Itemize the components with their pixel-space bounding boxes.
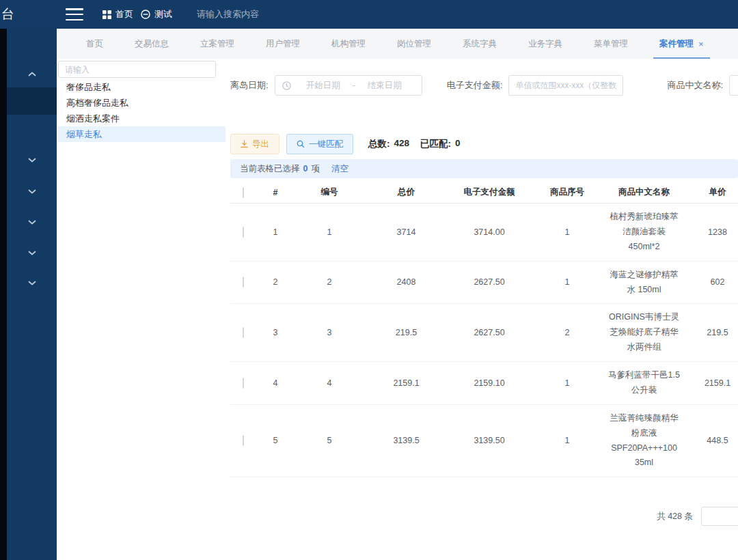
collapsed-sidebar xyxy=(7,29,57,560)
total-value: 428 xyxy=(394,138,410,150)
tab-label: 系统字典 xyxy=(463,38,497,50)
depart-date-range-picker[interactable]: 开始日期 - 结束日期 xyxy=(275,75,422,96)
case-type-item[interactable]: 高档奢侈品走私 xyxy=(58,95,226,111)
cell-seq: 1 xyxy=(530,219,605,247)
tab-label: 用户管理 xyxy=(266,38,300,50)
date-start-placeholder: 开始日期 xyxy=(306,80,340,92)
table-row: 66672.33672.331植村秀羽纱持妆粉底液 584 35ml224.11 xyxy=(230,477,738,478)
col-header-total: 总价 xyxy=(364,186,449,198)
pagination-total: 共 428 条 xyxy=(657,511,693,522)
chevron-down-icon[interactable] xyxy=(7,246,57,260)
row-checkbox[interactable] xyxy=(243,277,244,288)
tab-用户管理[interactable]: 用户管理 xyxy=(250,29,316,59)
cell-product-name: 马爹利蓝带干邑1.5公升装 xyxy=(605,362,683,404)
filter-row: 离岛日期: 开始日期 - 结束日期 电子支付金额: 商品中文名称: xyxy=(230,75,738,96)
epay-amount-label: 电子支付金额: xyxy=(447,79,503,92)
tab-案件管理[interactable]: 案件管理× xyxy=(644,29,720,59)
sidebar-active-band[interactable] xyxy=(7,87,57,115)
tab-首页[interactable]: 首页 xyxy=(70,29,119,59)
cell-epay: 2627.50 xyxy=(449,319,530,347)
epay-amount-input[interactable] xyxy=(508,75,623,96)
tab-业务字典[interactable]: 业务字典 xyxy=(512,29,578,59)
cell-product-name: 兰蔻菁纯臻颜精华粉底液SPF20PA+++100 35ml xyxy=(605,405,683,477)
chevron-up-icon[interactable] xyxy=(7,67,57,81)
tab-机构管理[interactable]: 机构管理 xyxy=(316,29,381,59)
tab-菜单管理[interactable]: 菜单管理 xyxy=(578,29,644,59)
count-summary: 总数: 428 已匹配: 0 xyxy=(368,138,461,150)
cell-product-name: ORIGINS韦博士灵芝焕能好底子精华水两件组 xyxy=(605,304,683,361)
cell-code: 4 xyxy=(295,369,364,397)
cell-index: 1 xyxy=(256,219,295,247)
cell-total: 3714 xyxy=(364,219,449,247)
row-checkbox[interactable] xyxy=(243,435,244,446)
export-button[interactable]: 导出 xyxy=(230,134,279,154)
cell-product-name: 植村秀羽纱持妆粉底液 584 35ml xyxy=(605,477,683,478)
clear-selection-link[interactable]: 清空 xyxy=(331,163,348,175)
global-search-input[interactable]: 请输入搜索内容 xyxy=(197,0,333,29)
col-header-unit: 单价 xyxy=(683,186,738,198)
cell-total: 3139.5 xyxy=(364,427,449,455)
cell-unit-price: 219.5 xyxy=(683,319,738,347)
search-icon xyxy=(297,140,305,148)
cell-code: 3 xyxy=(295,319,364,347)
col-header-index: # xyxy=(256,188,295,197)
app-logo: 台 xyxy=(1,5,14,23)
cell-product-name: 海蓝之谜修护精萃水 150ml xyxy=(605,262,683,304)
app-window: 台 首页 测试 请输入搜索内容 首页交易信息立案管理用户管理机构管理岗位管理系统… xyxy=(0,0,738,560)
tab-系统字典[interactable]: 系统字典 xyxy=(447,29,512,59)
chevron-down-icon[interactable] xyxy=(7,215,57,229)
results-table: # 编号 总价 电子支付金额 商品序号 商品中文名称 单价 1137143714… xyxy=(230,182,738,478)
cell-index: 2 xyxy=(256,268,295,296)
match-button-label: 一键匹配 xyxy=(309,139,343,150)
export-button-label: 导出 xyxy=(252,139,269,150)
cell-unit-price: 602 xyxy=(683,268,738,296)
cell-index: 4 xyxy=(256,369,295,397)
case-type-item[interactable]: 烟酒走私案件 xyxy=(58,111,226,126)
selection-alert-bar: 当前表格已选择 0 项 清空 xyxy=(230,159,738,178)
breadcrumb-home-label: 首页 xyxy=(115,8,133,20)
cell-code: 1 xyxy=(295,219,364,247)
clock-icon xyxy=(282,81,291,90)
chevron-down-icon[interactable] xyxy=(7,276,57,290)
cell-checkbox xyxy=(230,219,256,247)
cell-unit-price: 1238 xyxy=(683,219,738,247)
chevron-down-icon[interactable] xyxy=(7,153,57,167)
tab-立案管理[interactable]: 立案管理 xyxy=(184,29,250,59)
cell-total: 2408 xyxy=(364,268,449,296)
breadcrumb-test[interactable]: 测试 xyxy=(141,0,172,29)
selection-prefix: 当前表格已选择 xyxy=(240,163,300,175)
row-checkbox[interactable] xyxy=(243,378,244,389)
cell-seq: 1 xyxy=(530,427,605,455)
selection-count: 0 xyxy=(303,164,308,173)
row-checkbox[interactable] xyxy=(243,227,244,238)
product-name-label: 商品中文名称: xyxy=(667,79,723,92)
col-header-name: 商品中文名称 xyxy=(605,186,683,198)
tab-岗位管理[interactable]: 岗位管理 xyxy=(381,29,447,59)
row-checkbox[interactable] xyxy=(243,327,244,338)
breadcrumb-home[interactable]: 首页 xyxy=(102,0,133,29)
page-size-select[interactable] xyxy=(701,507,738,526)
breadcrumb-test-label: 测试 xyxy=(154,8,172,20)
col-header-code: 编号 xyxy=(295,186,364,198)
depart-date-label: 离岛日期: xyxy=(230,79,269,92)
tab-label: 业务字典 xyxy=(528,38,562,50)
tab-close-icon[interactable]: × xyxy=(698,40,704,48)
tab-label: 首页 xyxy=(86,38,103,50)
product-name-input[interactable] xyxy=(729,75,738,96)
one-click-match-button[interactable]: 一键匹配 xyxy=(286,134,353,154)
tab-交易信息[interactable]: 交易信息 xyxy=(119,29,184,59)
case-type-item[interactable]: 奢侈品走私 xyxy=(58,79,226,95)
tab-label: 岗位管理 xyxy=(397,38,431,50)
date-separator: - xyxy=(353,81,355,90)
case-type-search-input[interactable] xyxy=(58,61,216,78)
table-row: 553139.53139.501兰蔻菁纯臻颜精华粉底液SPF20PA+++100… xyxy=(230,405,738,478)
select-all-checkbox[interactable] xyxy=(243,187,244,198)
chevron-down-icon[interactable] xyxy=(7,184,57,198)
case-type-item[interactable]: 烟草走私 xyxy=(58,126,226,142)
menu-toggle-icon[interactable] xyxy=(66,8,83,20)
minus-circle-icon xyxy=(141,10,150,19)
table-row: 1137143714.001植村秀新琥珀臻萃洁颜油套装 450ml*21238 xyxy=(230,204,738,262)
cell-seq: 2 xyxy=(530,319,605,347)
col-header-epay: 电子支付金额 xyxy=(449,186,530,198)
cell-index: 3 xyxy=(256,319,295,347)
